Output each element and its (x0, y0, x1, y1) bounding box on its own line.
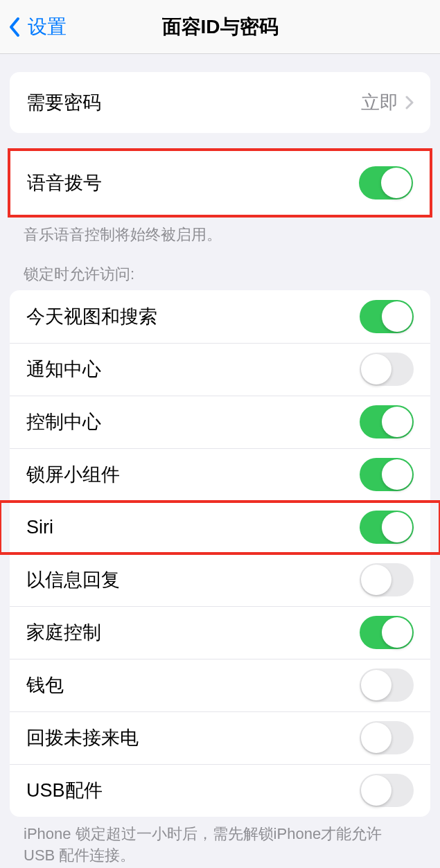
voice-dial-footer: 音乐语音控制将始终被启用。 (0, 218, 440, 246)
usb-footer: iPhone 锁定超过一小时后，需先解锁iPhone才能允许 USB 配件连接。 (0, 817, 440, 867)
chevron-right-icon (405, 96, 414, 109)
lock-access-group: 今天视图和搜索通知中心控制中心锁屏小组件Siri以信息回复家庭控制钱包回拨未接来… (10, 290, 430, 817)
lock-item-label: 家庭控制 (26, 620, 101, 645)
require-passcode-value: 立即 (361, 90, 398, 115)
lock-item-row: 通知中心 (10, 343, 430, 396)
lock-item-row: 今天视图和搜索 (10, 290, 430, 343)
require-passcode-label: 需要密码 (26, 90, 101, 115)
lock-item-label: 回拨未接来电 (26, 725, 139, 750)
chevron-left-icon (8, 17, 21, 37)
navigation-bar: 设置 面容ID与密码 (0, 0, 440, 54)
lock-item-row: 以信息回复 (10, 553, 430, 606)
lock-item-toggle[interactable] (360, 300, 414, 333)
lock-item-label: 以信息回复 (26, 567, 120, 592)
lock-item-toggle[interactable] (360, 405, 414, 439)
lock-item-toggle[interactable] (360, 458, 414, 491)
lock-item-label: 锁屏小组件 (26, 462, 120, 487)
lock-item-toggle[interactable] (360, 353, 414, 386)
back-label: 设置 (28, 14, 67, 40)
lock-item-label: 通知中心 (26, 357, 101, 382)
lock-access-header: 锁定时允许访问: (0, 246, 440, 290)
lock-item-label: 钱包 (26, 673, 64, 698)
lock-item-label: 控制中心 (26, 409, 101, 434)
lock-item-row: 钱包 (10, 659, 430, 711)
voice-dial-label: 语音拨号 (27, 170, 102, 195)
lock-item-toggle[interactable] (360, 616, 414, 649)
voice-dial-toggle[interactable] (359, 166, 413, 200)
lock-item-row: 锁屏小组件 (10, 448, 430, 501)
lock-item-label: 今天视图和搜索 (26, 304, 157, 329)
lock-item-toggle[interactable] (360, 668, 414, 702)
lock-item-label: USB配件 (26, 778, 103, 803)
voice-dial-highlight: 语音拨号 (8, 148, 432, 218)
lock-item-label: Siri (26, 517, 53, 538)
lock-item-toggle[interactable] (360, 721, 414, 754)
lock-item-row: 控制中心 (10, 396, 430, 448)
lock-item-toggle[interactable] (360, 774, 414, 807)
lock-item-row: 家庭控制 (10, 606, 430, 659)
voice-dial-row: 语音拨号 (10, 151, 430, 215)
back-button[interactable]: 设置 (0, 14, 67, 40)
lock-item-toggle[interactable] (360, 511, 414, 544)
lock-item-row: 回拨未接来电 (10, 711, 430, 764)
passcode-group: 需要密码 立即 (10, 72, 430, 133)
lock-item-row: USB配件 (10, 764, 430, 817)
require-passcode-row[interactable]: 需要密码 立即 (10, 72, 430, 133)
lock-item-row: Siri (10, 501, 430, 553)
lock-item-toggle[interactable] (360, 563, 414, 596)
